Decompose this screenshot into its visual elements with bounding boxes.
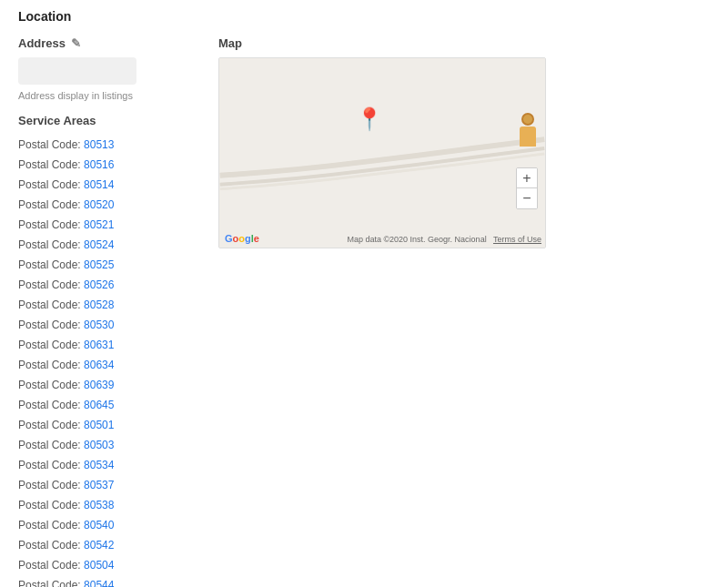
postal-code-value: 80645 bbox=[84, 399, 114, 411]
list-item: Postal Code: 80513 bbox=[18, 135, 200, 155]
list-item: Postal Code: 80524 bbox=[18, 235, 200, 255]
address-label-text: Address bbox=[18, 36, 66, 50]
list-item: Postal Code: 80516 bbox=[18, 155, 200, 175]
address-blurred-box bbox=[18, 57, 136, 85]
page-title: Location bbox=[18, 9, 710, 24]
postal-code-label: Postal Code: bbox=[18, 198, 84, 211]
postal-code-label: Postal Code: bbox=[18, 218, 84, 231]
map-zoom-controls: + − bbox=[516, 167, 538, 209]
list-item: Postal Code: 80528 bbox=[18, 295, 200, 315]
postal-code-value: 80525 bbox=[84, 258, 114, 271]
postal-code-value: 80504 bbox=[84, 559, 114, 572]
postal-code-value: 80524 bbox=[84, 238, 114, 251]
google-logo: Google bbox=[225, 233, 259, 244]
postal-code-label: Postal Code: bbox=[18, 379, 84, 391]
content-row: Address ✎ Address display in listings Se… bbox=[18, 36, 710, 587]
postal-code-label: Postal Code: bbox=[18, 278, 84, 291]
postal-code-value: 80634 bbox=[84, 359, 114, 371]
address-section-label: Address ✎ bbox=[18, 36, 200, 50]
postal-code-label: Postal Code: bbox=[18, 258, 84, 271]
list-item: Postal Code: 80534 bbox=[18, 455, 200, 475]
postal-code-value: 80530 bbox=[84, 319, 114, 331]
postal-code-label: Postal Code: bbox=[18, 158, 84, 171]
list-item: Postal Code: 80540 bbox=[18, 515, 200, 535]
postal-code-value: 80542 bbox=[84, 539, 114, 552]
map-roads-svg bbox=[219, 58, 545, 248]
list-item: Postal Code: 80544 bbox=[18, 575, 200, 587]
postal-code-value: 80528 bbox=[84, 299, 114, 311]
edit-icon[interactable]: ✎ bbox=[71, 36, 81, 50]
postal-code-label: Postal Code: bbox=[18, 519, 84, 531]
map-data-text: Map data ©2020 Inst. Geogr. Nacional bbox=[347, 235, 486, 244]
map-section-label: Map bbox=[218, 36, 710, 50]
postal-code-label: Postal Code: bbox=[18, 419, 84, 431]
person-head bbox=[521, 113, 534, 126]
left-panel: Address ✎ Address display in listings Se… bbox=[18, 36, 200, 587]
list-item: Postal Code: 80530 bbox=[18, 315, 200, 335]
right-panel: Map 📍 + bbox=[218, 36, 710, 587]
postal-code-label: Postal Code: bbox=[18, 579, 84, 587]
list-item: Postal Code: 80645 bbox=[18, 395, 200, 415]
list-item: Postal Code: 80521 bbox=[18, 215, 200, 235]
postal-code-label: Postal Code: bbox=[18, 178, 84, 191]
postal-code-label: Postal Code: bbox=[18, 479, 84, 491]
postal-code-label: Postal Code: bbox=[18, 439, 84, 451]
postal-code-value: 80537 bbox=[84, 479, 114, 491]
list-item: Postal Code: 80501 bbox=[18, 415, 200, 435]
street-view-person[interactable] bbox=[518, 113, 538, 147]
map-attribution: Map data ©2020 Inst. Geogr. Nacional Ter… bbox=[347, 235, 541, 244]
list-item: Postal Code: 80526 bbox=[18, 275, 200, 295]
page-container: Location Address ✎ Address display in li… bbox=[0, 0, 728, 587]
postal-code-label: Postal Code: bbox=[18, 399, 84, 411]
postal-code-label: Postal Code: bbox=[18, 359, 84, 371]
postal-code-label: Postal Code: bbox=[18, 138, 84, 151]
postal-code-label: Postal Code: bbox=[18, 559, 84, 572]
list-item: Postal Code: 80631 bbox=[18, 335, 200, 355]
list-item: Postal Code: 80504 bbox=[18, 555, 200, 575]
person-body bbox=[520, 127, 536, 147]
list-item: Postal Code: 80514 bbox=[18, 175, 200, 195]
list-item: Postal Code: 80520 bbox=[18, 195, 200, 215]
list-item: Postal Code: 80538 bbox=[18, 495, 200, 515]
postal-code-value: 80631 bbox=[84, 339, 114, 351]
postal-code-label: Postal Code: bbox=[18, 339, 84, 351]
postal-code-label: Postal Code: bbox=[18, 539, 84, 552]
postal-code-value: 80503 bbox=[84, 439, 114, 451]
list-item: Postal Code: 80525 bbox=[18, 255, 200, 275]
postal-code-value: 80513 bbox=[84, 138, 114, 151]
postal-code-value: 80521 bbox=[84, 218, 114, 231]
terms-of-use-link[interactable]: Terms of Use bbox=[493, 235, 541, 244]
postal-code-value: 80544 bbox=[84, 579, 114, 587]
postal-code-value: 80538 bbox=[84, 499, 114, 511]
address-hint: Address display in listings bbox=[18, 90, 200, 101]
postal-code-value: 80540 bbox=[84, 519, 114, 531]
postal-code-label: Postal Code: bbox=[18, 238, 84, 251]
postal-code-value: 80516 bbox=[84, 158, 114, 171]
zoom-out-button[interactable]: − bbox=[517, 188, 537, 208]
postal-code-label: Postal Code: bbox=[18, 459, 84, 471]
postal-code-list: Postal Code: 80513Postal Code: 80516Post… bbox=[18, 135, 200, 587]
postal-code-value: 80534 bbox=[84, 459, 114, 471]
postal-code-label: Postal Code: bbox=[18, 319, 84, 331]
map-container[interactable]: 📍 + − Google M bbox=[218, 57, 546, 248]
list-item: Postal Code: 80542 bbox=[18, 535, 200, 555]
postal-code-label: Postal Code: bbox=[18, 499, 84, 511]
postal-code-value: 80520 bbox=[84, 198, 114, 211]
google-logo-text: Google bbox=[225, 233, 259, 244]
postal-code-value: 80639 bbox=[84, 379, 114, 391]
postal-code-value: 80526 bbox=[84, 278, 114, 291]
postal-code-value: 80501 bbox=[84, 419, 114, 431]
list-item: Postal Code: 80537 bbox=[18, 475, 200, 495]
postal-code-value: 80514 bbox=[84, 178, 114, 191]
list-item: Postal Code: 80639 bbox=[18, 375, 200, 395]
list-item: Postal Code: 80634 bbox=[18, 355, 200, 375]
list-item: Postal Code: 80503 bbox=[18, 435, 200, 455]
postal-code-label: Postal Code: bbox=[18, 299, 84, 311]
map-pin: 📍 bbox=[356, 108, 383, 130]
service-areas-title: Service Areas bbox=[18, 114, 200, 127]
zoom-in-button[interactable]: + bbox=[517, 168, 537, 188]
